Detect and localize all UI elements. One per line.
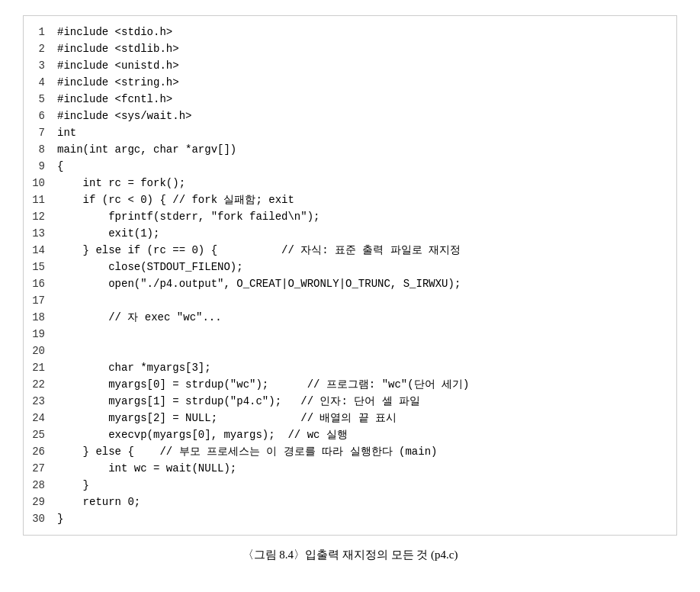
code-line: 4#include <string.h> [24,74,676,91]
code-line: 21 char *myargs[3]; [24,359,676,376]
code-line: 17 [24,292,676,309]
line-content: int wc = wait(NULL); [54,460,676,477]
line-number: 21 [24,359,54,376]
code-line: 14 } else if (rc == 0) { // 자식: 표준 출력 파일… [24,242,676,259]
line-number: 11 [24,191,54,208]
line-number: 1 [24,24,54,40]
line-content: int [54,124,676,141]
line-number: 22 [24,376,54,393]
code-line: 22 myargs[0] = strdup("wc"); // 프로그램: "w… [24,376,676,393]
code-line: 8main(int argc, char *argv[]) [24,141,676,158]
line-number: 5 [24,91,54,108]
code-line: 5#include <fcntl.h> [24,91,676,108]
code-line: 6#include <sys/wait.h> [24,108,676,124]
line-number: 19 [24,326,54,343]
line-number: 3 [24,57,54,74]
line-number: 14 [24,242,54,259]
line-number: 6 [24,108,54,124]
line-content: { [54,158,676,175]
line-content: main(int argc, char *argv[]) [54,141,676,158]
line-number: 28 [24,477,54,494]
line-number: 9 [24,158,54,175]
code-line: 2#include <stdlib.h> [24,40,676,57]
line-content: #include <stdio.h> [54,24,676,40]
line-content: execvp(myargs[0], myargs); // wc 실행 [54,426,676,443]
line-content: char *myargs[3]; [54,359,676,376]
line-content: #include <fcntl.h> [54,91,676,108]
code-line: 15 close(STDOUT_FILENO); [24,259,676,275]
code-line: 23 myargs[1] = strdup("p4.c"); // 인자: 단어… [24,393,676,410]
line-number: 12 [24,208,54,225]
line-content: myargs[0] = strdup("wc"); // 프로그램: "wc"(… [54,376,676,393]
code-line: 19 [24,326,676,343]
line-content: if (rc < 0) { // fork 실패함; exit [54,191,676,208]
line-number: 15 [24,259,54,275]
code-line: 1#include <stdio.h> [24,24,676,40]
line-number: 30 [24,510,54,527]
code-line: 30} [24,510,676,527]
line-content: close(STDOUT_FILENO); [54,259,676,275]
line-content: #include <unistd.h> [54,57,676,74]
code-line: 25 execvp(myargs[0], myargs); // wc 실행 [24,426,676,443]
line-content: return 0; [54,494,676,510]
code-line: 10 int rc = fork(); [24,175,676,191]
line-number: 4 [24,74,54,91]
line-content: #include <string.h> [54,74,676,91]
line-content: exit(1); [54,225,676,242]
code-line: 3#include <unistd.h> [24,57,676,74]
line-number: 23 [24,393,54,410]
code-line: 18 // 자 exec "wc"... [24,309,676,326]
code-line: 28 } [24,477,676,494]
code-line: 24 myargs[2] = NULL; // 배열의 끝 표시 [24,410,676,426]
line-number: 8 [24,141,54,158]
code-line: 26 } else { // 부모 프로세스는 이 경로를 따라 실행한다 (m… [24,443,676,460]
line-number: 17 [24,292,54,309]
line-number: 20 [24,343,54,359]
line-number: 27 [24,460,54,477]
figure-caption: 〈그림 8.4〉입출력 재지정의 모든 것 (p4.c) [242,548,458,562]
line-number: 13 [24,225,54,242]
code-line: 12 fprintf(stderr, "fork failed\n"); [24,208,676,225]
line-number: 16 [24,275,54,292]
line-content: } else { // 부모 프로세스는 이 경로를 따라 실행한다 (main… [54,443,676,460]
code-line: 9{ [24,158,676,175]
line-content: open("./p4.output", O_CREAT|O_WRONLY|O_T… [54,275,676,292]
code-line: 27 int wc = wait(NULL); [24,460,676,477]
code-line: 16 open("./p4.output", O_CREAT|O_WRONLY|… [24,275,676,292]
line-number: 29 [24,494,54,510]
code-line: 20 [24,343,676,359]
line-number: 18 [24,309,54,326]
line-content: } [54,477,676,494]
line-content: int rc = fork(); [54,175,676,191]
code-line: 29 return 0; [24,494,676,510]
line-number: 24 [24,410,54,426]
line-content: // 자 exec "wc"... [54,309,676,326]
line-content: #include <stdlib.h> [54,40,676,57]
code-line: 13 exit(1); [24,225,676,242]
line-content: myargs[2] = NULL; // 배열의 끝 표시 [54,410,676,426]
line-number: 2 [24,40,54,57]
code-line: 7int [24,124,676,141]
code-line: 11 if (rc < 0) { // fork 실패함; exit [24,191,676,208]
line-number: 25 [24,426,54,443]
line-content: } [54,510,676,527]
line-content: #include <sys/wait.h> [54,108,676,124]
line-content: myargs[1] = strdup("p4.c"); // 인자: 단어 셀 … [54,393,676,410]
line-content: } else if (rc == 0) { // 자식: 표준 출력 파일로 재… [54,242,676,259]
line-number: 7 [24,124,54,141]
line-number: 10 [24,175,54,191]
line-number: 26 [24,443,54,460]
code-block: 1#include <stdio.h>2#include <stdlib.h>3… [23,15,677,536]
line-content: fprintf(stderr, "fork failed\n"); [54,208,676,225]
